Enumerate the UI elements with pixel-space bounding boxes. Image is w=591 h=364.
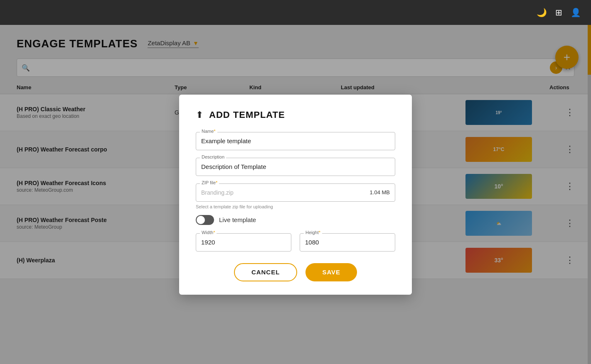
top-navbar: 🌙 ⊞ 👤 <box>0 0 591 25</box>
modal-buttons: CANCEL SAVE <box>196 263 395 281</box>
save-button[interactable]: SAVE <box>305 263 357 281</box>
description-input[interactable] <box>196 158 395 176</box>
live-template-toggle[interactable] <box>196 215 214 225</box>
zip-placeholder-text: Branding.zip <box>201 189 234 196</box>
cancel-button[interactable]: CANCEL <box>234 263 298 281</box>
width-label: Width* <box>200 230 217 235</box>
height-input[interactable] <box>300 233 395 252</box>
name-field: Name* <box>196 132 395 150</box>
zip-field: ZIP file* Branding.zip 1.04 MB <box>196 183 395 202</box>
name-label: Name* <box>200 129 217 134</box>
modal-overlay: ⬆ ADD TEMPLATE Name* Description <box>0 25 591 364</box>
add-template-modal: ⬆ ADD TEMPLATE Name* Description <box>179 95 412 295</box>
modal-title: ADD TEMPLATE <box>209 110 285 120</box>
height-label: Height* <box>304 230 322 235</box>
modal-header: ⬆ ADD TEMPLATE <box>196 110 395 120</box>
height-field: Height* <box>300 233 395 252</box>
live-template-toggle-row: Live template <box>196 215 395 225</box>
description-label: Description <box>200 154 226 159</box>
zip-size: 1.04 MB <box>370 189 390 195</box>
name-input[interactable] <box>196 132 395 150</box>
width-input[interactable] <box>196 233 291 252</box>
zip-input-row[interactable]: Branding.zip 1.04 MB <box>196 183 395 202</box>
moon-icon[interactable]: 🌙 <box>537 7 547 17</box>
zip-label: ZIP file* <box>200 180 219 185</box>
width-field: Width* <box>196 233 291 252</box>
toggle-knob <box>197 216 205 224</box>
description-field: Description <box>196 158 395 176</box>
upload-icon: ⬆ <box>196 110 203 120</box>
grid-icon[interactable]: ⊞ <box>555 7 562 17</box>
dimension-row: Width* Height* <box>196 233 395 252</box>
main-content: + ENGAGE TEMPLATES ZetaDisplay AB ▼ 🔍 › … <box>0 25 591 364</box>
zip-hint: Select a template zip file for uploading <box>196 204 395 209</box>
user-icon[interactable]: 👤 <box>571 7 581 17</box>
live-template-label: Live template <box>219 216 256 223</box>
